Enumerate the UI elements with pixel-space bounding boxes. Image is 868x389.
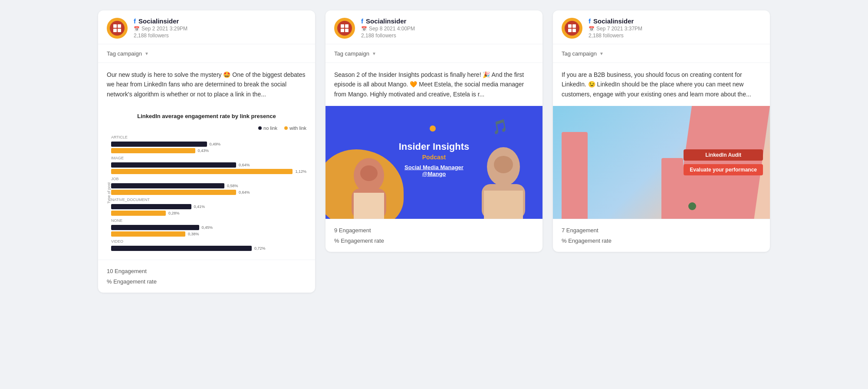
bar-job-with-link <box>111 190 236 195</box>
tag-campaign-btn-3[interactable]: Tag campaign ▼ <box>562 50 604 57</box>
chart-area-1: LinkedIn average engagement rate by link… <box>98 106 315 260</box>
chart-legend-1: no link with link <box>107 125 306 131</box>
podcast-person-left <box>343 149 395 219</box>
podcast-handle: @Mango <box>422 170 446 177</box>
account-label-3: Socialinsider <box>593 17 634 25</box>
podcast-subtitle: Podcast <box>399 153 470 160</box>
tag-campaign-btn-1[interactable]: Tag campaign ▼ <box>107 50 149 57</box>
card-header-3: f Socialinsider 📅 Sep 7 2021 3:37PM 2,18… <box>553 10 770 44</box>
avatar-3 <box>562 18 582 39</box>
facebook-icon-3: f <box>589 17 591 25</box>
account-name-3: f Socialinsider <box>589 17 642 25</box>
engagement-stats-3: 7 Engagement % Engagement rate <box>562 225 761 246</box>
card-footer-3: 7 Engagement % Engagement rate <box>553 219 770 252</box>
evaluate-performance-btn[interactable]: Evaluate your performance <box>684 164 763 175</box>
bar-row-native-dark: 0,41% <box>111 204 306 209</box>
bar-label-image-dark: 0,64% <box>239 163 250 167</box>
cards-container: f Socialinsider 📅 Sep 2 2021 3:29PM 2,18… <box>10 10 858 293</box>
avatar-1 <box>107 18 128 39</box>
calendar-icon-3: 📅 <box>589 26 595 32</box>
bar-group-none: NONE 0,45% 0,38% <box>111 218 306 237</box>
engagement-rate-3: % Engagement rate <box>562 236 761 246</box>
bar-label-article-orange: 0,43% <box>198 148 209 153</box>
engagement-count-1: 10 Engagement <box>107 266 306 276</box>
post-date-3: Sep 7 2021 3:37PM <box>596 26 642 32</box>
post-card-1: f Socialinsider 📅 Sep 2 2021 3:29PM 2,18… <box>98 10 315 293</box>
account-name-1: f Socialinsider <box>134 17 187 25</box>
tag-campaign-label-2: Tag campaign <box>334 50 369 57</box>
chart-inner-1: ARTICLE 0,49% 0,43% IMAGE <box>111 135 306 251</box>
bar-native-no-link <box>111 204 191 209</box>
post-date-2: Sep 8 2021 4:00PM <box>369 26 415 32</box>
engagement-rate-2: % Engagement rate <box>334 236 534 246</box>
tag-campaign-label-3: Tag campaign <box>562 50 597 57</box>
bar-row-none-orange: 0,38% <box>111 231 306 237</box>
linkedin-image-3: LinkedIn Audit Evaluate your performance <box>553 106 770 219</box>
podcast-social-title: Social Media Manager @Mango <box>399 164 470 177</box>
engagement-stats-1: 10 Engagement % Engagement rate <box>107 266 306 287</box>
podcast-title: Insider Insights <box>399 141 470 152</box>
bar-label-video-dark: 0,72% <box>254 246 266 251</box>
facebook-icon-1: f <box>134 17 136 25</box>
bar-image-no-link <box>111 162 236 168</box>
post-card-3: f Socialinsider 📅 Sep 7 2021 3:37PM 2,18… <box>553 10 770 252</box>
podcast-text-area: Insider Insights Podcast Social Media Ma… <box>399 141 470 177</box>
post-card-2: f Socialinsider 📅 Sep 8 2021 4:00PM 2,18… <box>326 10 542 252</box>
podcast-dot <box>430 125 436 132</box>
post-meta-2: 📅 Sep 8 2021 4:00PM <box>361 26 415 32</box>
engagement-stats-2: 9 Engagement % Engagement rate <box>334 225 534 246</box>
account-name-2: f Socialinsider <box>361 17 415 25</box>
chart-title-1: LinkedIn average engagement rate by link… <box>107 113 306 119</box>
tag-campaign-btn-2[interactable]: Tag campaign ▼ <box>334 50 376 57</box>
card-footer-2: 9 Engagement % Engagement rate <box>326 219 542 252</box>
bar-row-job-orange: 0,64% <box>111 190 306 195</box>
bar-group-job: JOB 0,58% 0,64% <box>111 177 306 195</box>
bar-image-with-link <box>111 169 293 174</box>
legend-no-link: no link <box>258 125 277 131</box>
account-label-1: Socialinsider <box>138 17 179 25</box>
pink-building-left <box>562 132 588 219</box>
bar-group-article: ARTICLE 0,49% 0,43% <box>111 135 306 153</box>
legend-with-link: with link <box>284 125 306 131</box>
bar-row-article-orange: 0,43% <box>111 148 306 153</box>
svg-rect-7 <box>484 191 523 219</box>
calendar-icon-2: 📅 <box>361 26 367 32</box>
overlay-buttons-3: LinkedIn Audit Evaluate your performance <box>684 149 763 175</box>
legend-dot-orange <box>284 126 288 130</box>
header-info-3: f Socialinsider 📅 Sep 7 2021 3:37PM 2,18… <box>589 17 642 39</box>
legend-no-link-label: no link <box>263 125 277 131</box>
svg-point-1 <box>360 165 378 181</box>
dropdown-arrow-3: ▼ <box>599 51 604 56</box>
avatar-2 <box>334 18 355 39</box>
card-header-2: f Socialinsider 📅 Sep 8 2021 4:00PM 2,18… <box>326 10 542 44</box>
bar-native-with-link <box>111 211 166 216</box>
bar-row-image-orange: 1,12% <box>111 169 306 174</box>
bar-group-video: VIDEO 0,72% <box>111 239 306 251</box>
dropdown-arrow-1: ▼ <box>145 51 149 56</box>
calendar-icon-1: 📅 <box>134 26 140 32</box>
engagement-count-2: 9 Engagement <box>334 225 534 235</box>
facebook-icon-2: f <box>361 17 363 25</box>
bar-row-image-dark: 0,64% <box>111 162 306 168</box>
post-text-3: If you are a B2B business, you should fo… <box>553 63 770 106</box>
followers-3: 2,188 followers <box>589 33 642 39</box>
linkedin-audit-btn[interactable]: LinkedIn Audit <box>684 149 763 161</box>
bar-none-with-link <box>111 231 185 237</box>
bar-group-image: IMAGE 0,64% 1,12% <box>111 156 306 174</box>
svg-rect-3 <box>354 193 384 219</box>
bar-job-no-link <box>111 183 224 188</box>
engagement-count-3: 7 Engagement <box>562 225 761 235</box>
bar-label-native-orange: 0,28% <box>168 211 180 215</box>
podcast-image-2: 🎵 Insider Insights Podcast Social Media … <box>326 106 542 219</box>
bar-row-video-dark: 0,72% <box>111 246 306 251</box>
tag-campaign-row-3: Tag campaign ▼ <box>553 44 770 63</box>
post-text-1: Our new study is here to solve the myste… <box>98 63 315 106</box>
header-info-1: f Socialinsider 📅 Sep 2 2021 3:29PM 2,18… <box>134 17 187 39</box>
chart-wrapper-1: Type of post ARTICLE 0,49% 0,43% <box>107 135 306 251</box>
post-text-2: Season 2 of the Insider Insights podcast… <box>326 63 542 106</box>
bar-none-no-link <box>111 225 199 230</box>
bar-label-job-orange: 0,64% <box>239 190 250 194</box>
account-label-2: Socialinsider <box>366 17 406 25</box>
bar-article-with-link <box>111 148 195 153</box>
followers-1: 2,188 followers <box>134 33 187 39</box>
